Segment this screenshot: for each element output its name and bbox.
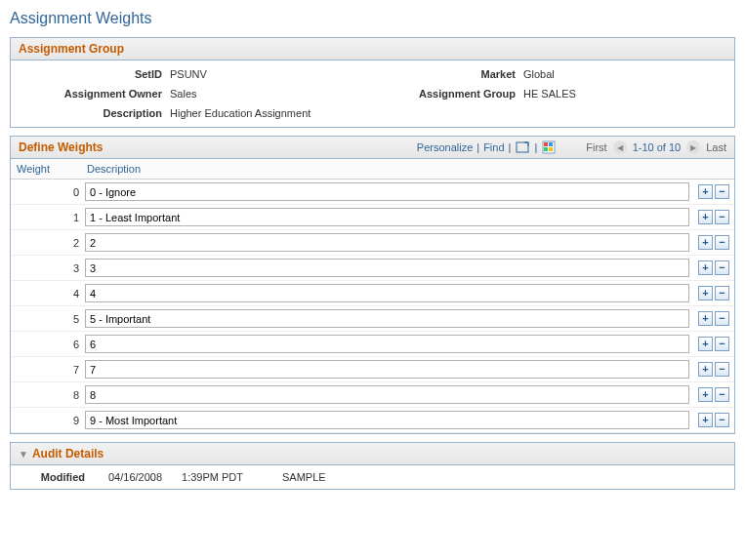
description-input[interactable] <box>85 385 689 404</box>
description-input[interactable] <box>85 233 689 252</box>
col-header-description: Description <box>81 159 693 180</box>
assignment-group-section: Assignment Group SetID PSUNV Market Glob… <box>10 37 735 128</box>
description-cell <box>81 332 693 357</box>
delete-row-button[interactable]: − <box>715 413 729 427</box>
table-row: 3+− <box>11 256 734 281</box>
description-input[interactable] <box>85 360 689 379</box>
svg-rect-3 <box>549 142 553 146</box>
audit-details-header[interactable]: ▼ Audit Details <box>11 443 734 465</box>
nav-first[interactable]: First <box>586 141 606 153</box>
add-row-button[interactable]: + <box>698 184 713 199</box>
add-row-button[interactable]: + <box>698 387 713 402</box>
table-row: 4+− <box>11 281 734 306</box>
description-input[interactable] <box>85 259 689 277</box>
description-cell <box>81 180 693 205</box>
description-input[interactable] <box>85 182 689 201</box>
weight-cell: 1 <box>11 205 81 230</box>
add-row-button[interactable]: + <box>698 286 713 300</box>
svg-rect-5 <box>549 147 553 151</box>
disclosure-icon[interactable]: ▼ <box>19 449 28 460</box>
add-row-button[interactable]: + <box>698 413 713 427</box>
separator: | <box>509 141 512 153</box>
description-input[interactable] <box>85 208 689 226</box>
audit-details-title: Audit Details <box>32 447 103 460</box>
actions-cell: +− <box>693 256 734 281</box>
description-input[interactable] <box>85 411 689 429</box>
assignment-group-title: Assignment Group <box>19 42 124 56</box>
weight-cell: 5 <box>11 306 81 332</box>
actions-cell: +− <box>693 205 734 230</box>
svg-rect-2 <box>544 142 548 146</box>
weight-cell: 2 <box>11 230 81 256</box>
delete-row-button[interactable]: − <box>715 311 729 326</box>
add-row-button[interactable]: + <box>698 210 713 224</box>
description-input[interactable] <box>85 309 689 328</box>
zoom-icon[interactable] <box>515 140 530 154</box>
weight-cell: 4 <box>11 281 81 306</box>
assignment-group-header: Assignment Group <box>11 38 734 60</box>
modified-label: Modified <box>21 471 89 483</box>
actions-cell: +− <box>693 180 734 205</box>
group-label: Assignment Group <box>379 88 516 100</box>
audit-details-section: ▼ Audit Details Modified 04/16/2008 1:39… <box>10 442 735 490</box>
delete-row-button[interactable]: − <box>715 337 729 351</box>
delete-row-button[interactable]: − <box>715 235 729 250</box>
table-row: 6+− <box>11 332 734 357</box>
description-input[interactable] <box>85 335 689 353</box>
description-cell <box>81 306 693 332</box>
separator: | <box>534 141 537 153</box>
description-cell <box>81 205 693 230</box>
description-cell <box>81 256 693 281</box>
delete-row-button[interactable]: − <box>715 387 729 402</box>
download-icon[interactable] <box>541 140 557 154</box>
description-cell <box>81 408 693 433</box>
description-value: Higher Education Assignment <box>170 107 724 119</box>
separator: | <box>476 141 479 153</box>
weight-cell: 0 <box>11 180 81 205</box>
weight-cell: 9 <box>11 408 81 433</box>
setid-label: SetID <box>21 68 162 80</box>
actions-cell: +− <box>693 306 734 332</box>
market-value: Global <box>523 68 724 80</box>
add-row-button[interactable]: + <box>698 235 713 250</box>
add-row-button[interactable]: + <box>698 337 713 351</box>
table-row: 8+− <box>11 382 734 408</box>
weight-cell: 6 <box>11 332 81 357</box>
market-label: Market <box>379 68 516 80</box>
table-row: 2+− <box>11 230 734 256</box>
actions-cell: +− <box>693 408 734 433</box>
description-label: Description <box>21 107 162 119</box>
delete-row-button[interactable]: − <box>715 184 729 199</box>
owner-value: Sales <box>170 88 371 100</box>
actions-cell: +− <box>693 382 734 408</box>
weights-table: Weight Description 0+−1+−2+−3+−4+−5+−6+−… <box>11 159 734 433</box>
page-title: Assignment Weights <box>10 10 735 27</box>
description-input[interactable] <box>85 284 689 302</box>
nav-next-icon[interactable]: ▶ <box>686 140 700 154</box>
table-row: 7+− <box>11 357 734 382</box>
description-cell <box>81 281 693 306</box>
add-row-button[interactable]: + <box>698 362 713 377</box>
add-row-button[interactable]: + <box>698 260 713 275</box>
find-link[interactable]: Find <box>483 141 504 153</box>
delete-row-button[interactable]: − <box>715 286 729 300</box>
table-row: 0+− <box>11 180 734 205</box>
nav-last[interactable]: Last <box>706 141 726 153</box>
description-cell <box>81 230 693 256</box>
actions-cell: +− <box>693 332 734 357</box>
delete-row-button[interactable]: − <box>715 260 729 275</box>
define-weights-title: Define Weights <box>19 140 417 154</box>
owner-label: Assignment Owner <box>21 88 162 100</box>
define-weights-section: Define Weights Personalize | Find | | Fi… <box>10 136 735 434</box>
actions-cell: +− <box>693 357 734 382</box>
table-row: 1+− <box>11 205 734 230</box>
nav-range[interactable]: 1-10 of 10 <box>633 141 682 153</box>
delete-row-button[interactable]: − <box>715 362 729 377</box>
define-weights-toolbar: Define Weights Personalize | Find | | Fi… <box>11 137 734 159</box>
table-row: 5+− <box>11 306 734 332</box>
weight-cell: 8 <box>11 382 81 408</box>
add-row-button[interactable]: + <box>698 311 713 326</box>
delete-row-button[interactable]: − <box>715 210 729 224</box>
personalize-link[interactable]: Personalize <box>417 141 473 153</box>
nav-prev-icon[interactable]: ◀ <box>613 140 627 154</box>
